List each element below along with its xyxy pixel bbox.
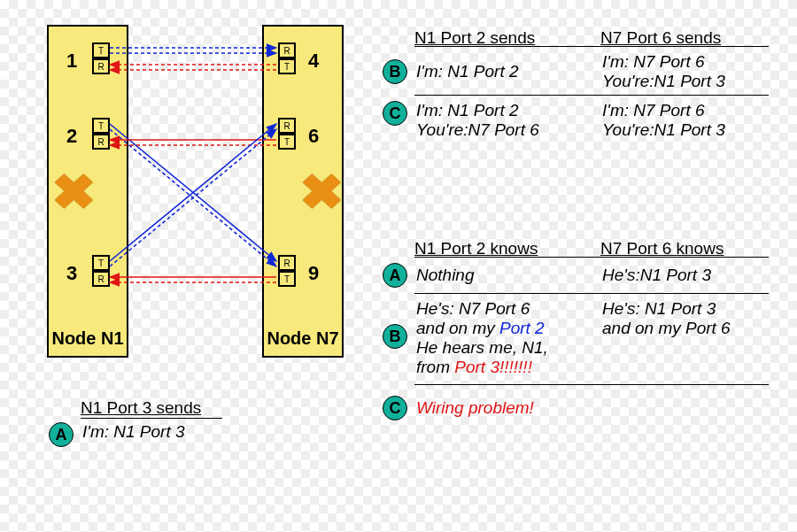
wiring-lines xyxy=(0,0,390,372)
knows-a-c1l1: Nothing xyxy=(416,266,593,285)
badge-a2: A xyxy=(383,263,407,288)
badge-b: B xyxy=(383,59,407,84)
sends-h2: N7 Port 6 sends xyxy=(600,28,778,48)
sends-b-c2l2: You're:N1 Port 3 xyxy=(602,72,779,91)
badge-c2: C xyxy=(383,396,407,420)
knows-b-c1l1: He's: N7 Port 6 xyxy=(416,299,593,319)
knows-a-c2l1: He's:N1 Port 3 xyxy=(602,266,779,285)
wiring-problem: Wiring problem! xyxy=(416,398,534,418)
knows-b-c2l1: He's: N1 Port 3 xyxy=(602,299,779,319)
n1p3-sends-l1: I'm: N1 Port 3 xyxy=(82,422,185,442)
knows-h2: N7 Port 6 knows xyxy=(600,239,778,258)
knows-b-c1l4: from Port 3!!!!!!! xyxy=(416,358,593,377)
sends-h1: N1 Port 2 sends xyxy=(414,28,592,48)
knows-b-c2l2: and on my Port 6 xyxy=(602,319,779,338)
sends-c-c1l1: I'm: N1 Port 2 xyxy=(416,101,593,120)
sends-c-c2l2: You're:N1 Port 3 xyxy=(602,120,779,140)
sends-c-c2l1: I'm: N7 Port 6 xyxy=(602,101,779,120)
knows-b-c1l2: and on my Port 2 xyxy=(416,319,593,338)
badge-c: C xyxy=(383,101,407,126)
badge-a: A xyxy=(49,422,74,447)
n1-port3-sends-block: N1 Port 3 sends A I'm: N1 Port 3 xyxy=(49,398,222,447)
badge-b2: B xyxy=(383,324,407,349)
sends-table: N1 Port 2 sends N7 Port 6 sends B I'm: N… xyxy=(383,28,781,140)
sends-c-c1l2: You're:N7 Port 6 xyxy=(416,120,593,140)
knows-b-c1l3: He hears me, N1, xyxy=(416,338,593,358)
knows-h1: N1 Port 2 knows xyxy=(414,239,592,258)
sends-b-c1l1: I'm: N1 Port 2 xyxy=(416,62,593,81)
knows-table: N1 Port 2 knows N7 Port 6 knows A Nothin… xyxy=(383,239,781,420)
sends-b-c2l1: I'm: N7 Port 6 xyxy=(602,52,779,72)
n1p3-sends-header: N1 Port 3 sends xyxy=(81,398,222,419)
